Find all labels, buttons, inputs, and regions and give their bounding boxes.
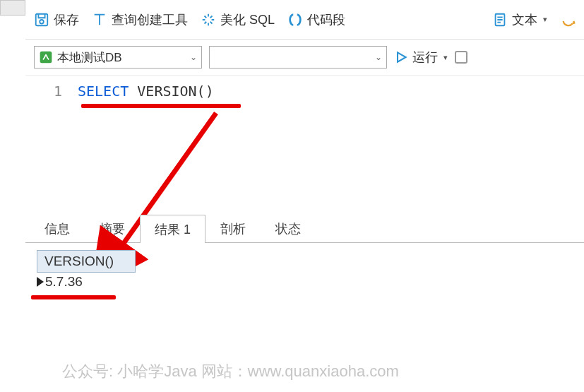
snippets-button[interactable]: 代码段 [287,11,345,28]
chevron-down-icon: ⌄ [190,52,197,62]
line-number: 1 [25,83,62,100]
stop-button[interactable] [455,51,467,64]
line-number-gutter: 1 [25,76,72,216]
sql-editor[interactable]: 1 SELECT VERSION() [25,75,584,216]
tab-profile[interactable]: 剖析 [205,214,261,242]
text-label: 文本 [512,11,537,28]
query-builder-button[interactable]: 查询创建工具 [92,11,188,28]
save-icon [34,12,49,28]
chevron-down-icon: ▾ [543,15,547,24]
table-row[interactable]: 5.7.36 [37,273,584,290]
tab-summary[interactable]: 摘要 [85,214,140,242]
run-label: 运行 [412,49,438,66]
save-button[interactable]: 保存 [34,11,79,28]
run-button[interactable]: 运行 ▾ [394,49,448,66]
sparkle-icon [201,12,216,28]
annotation-underline-2 [31,295,116,299]
export-icon [560,12,577,28]
schema-select[interactable]: ⌄ [209,46,387,69]
beautify-label: 美化 SQL [220,11,275,28]
brackets-icon [287,12,303,28]
sql-function: VERSION() [137,83,213,100]
tab-status[interactable]: 状态 [261,214,316,242]
database-name: 本地测试DB [57,49,186,66]
annotation-underline-1 [81,104,241,108]
query-builder-label: 查询创建工具 [112,11,188,28]
beautify-button[interactable]: 美化 SQL [201,11,275,28]
result-tabs: 信息 摘要 结果 1 剖析 状态 [25,216,584,243]
database-icon [39,50,53,64]
connection-row: 本地测试DB ⌄ ⌄ 运行 ▾ [25,40,584,75]
document-icon [492,12,508,28]
column-header[interactable]: VERSION() [37,250,136,273]
sql-keyword: SELECT [78,83,129,100]
current-row-icon [37,277,44,287]
export-button[interactable] [560,12,577,28]
toolbar: 保存 查询创建工具 美化 SQL 代码段 文本 ▾ [25,0,584,40]
svg-rect-3 [40,52,52,64]
text-button[interactable]: 文本 ▾ [492,11,547,28]
stop-icon [455,51,467,64]
chevron-down-icon: ▾ [443,53,448,62]
chevron-down-icon: ⌄ [375,52,382,62]
play-icon [394,50,408,64]
left-gutter [0,0,25,16]
cell-value: 5.7.36 [45,274,83,290]
watermark-text: 公众号: 小哈学Java 网站：www.quanxiaoha.com [62,361,399,382]
result-grid: VERSION() 5.7.36 [25,243,584,290]
hammer-icon [92,12,107,28]
tab-info[interactable]: 信息 [30,214,85,242]
tab-result[interactable]: 结果 1 [140,215,205,243]
code-area[interactable]: SELECT VERSION() [72,76,214,216]
save-label: 保存 [54,11,79,28]
snippets-label: 代码段 [307,11,345,28]
database-select[interactable]: 本地测试DB ⌄ [34,46,202,69]
svg-point-1 [40,20,44,24]
